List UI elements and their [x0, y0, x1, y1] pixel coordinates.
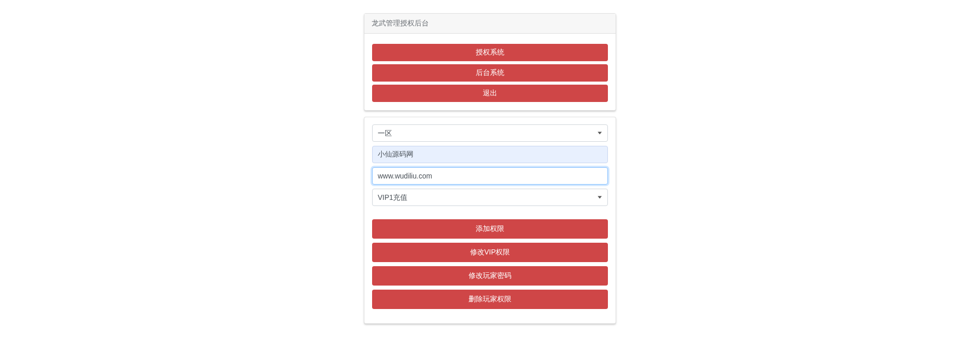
- zone-select-wrap: 一区: [372, 124, 608, 142]
- nav-card: 龙武管理授权后台 授权系统 后台系统 退出: [364, 13, 616, 111]
- username-input[interactable]: [372, 146, 608, 163]
- url-input[interactable]: [372, 167, 608, 185]
- auth-system-button[interactable]: 授权系统: [372, 44, 608, 61]
- modify-vip-permission-button[interactable]: 修改VIP权限: [372, 243, 608, 262]
- zone-field-group: 一区: [372, 124, 608, 142]
- username-field-group: [372, 146, 608, 163]
- backend-system-button[interactable]: 后台系统: [372, 64, 608, 82]
- modify-player-password-button[interactable]: 修改玩家密码: [372, 266, 608, 286]
- logout-button[interactable]: 退出: [372, 85, 608, 102]
- vip-select[interactable]: VIP1充值: [372, 189, 608, 206]
- main-container: 龙武管理授权后台 授权系统 后台系统 退出 一区: [364, 13, 616, 330]
- delete-player-permission-button[interactable]: 删除玩家权限: [372, 290, 608, 309]
- form-card-body: 一区 VIP1充值 添加权限: [364, 117, 616, 323]
- vip-field-group: VIP1充值: [372, 189, 608, 206]
- form-card: 一区 VIP1充值 添加权限: [364, 117, 616, 324]
- card-header: 龙武管理授权后台: [364, 14, 616, 34]
- url-field-group: [372, 167, 608, 185]
- vip-select-wrap: VIP1充值: [372, 189, 608, 206]
- nav-card-body: 授权系统 后台系统 退出: [364, 34, 616, 110]
- add-permission-button[interactable]: 添加权限: [372, 219, 608, 239]
- zone-select[interactable]: 一区: [372, 124, 608, 142]
- page-title: 龙武管理授权后台: [372, 19, 429, 27]
- spacer: [372, 210, 608, 219]
